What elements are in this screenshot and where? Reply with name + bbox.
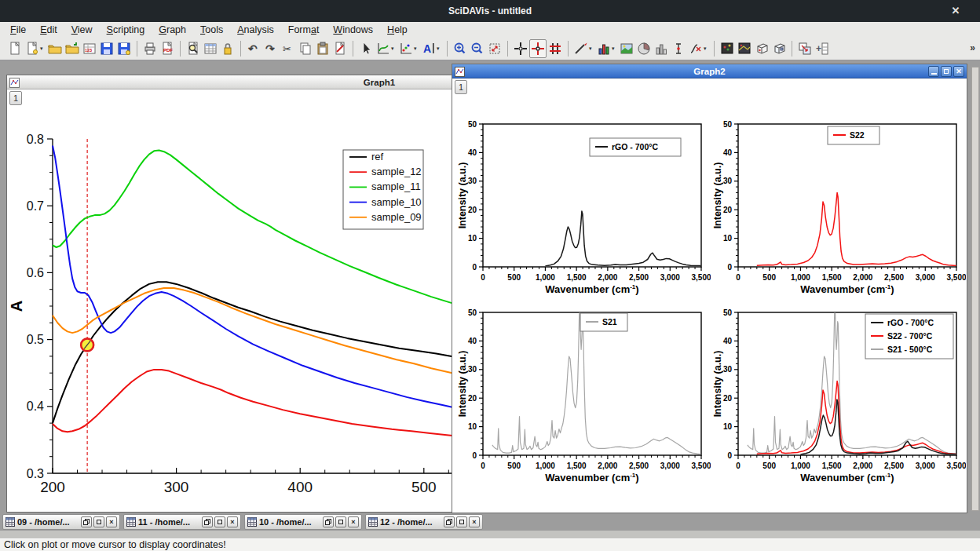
minimized-window-2[interactable]: 11 - /home/... × xyxy=(123,514,241,530)
series-sample_09[interactable] xyxy=(53,288,474,378)
lock-icon[interactable] xyxy=(219,39,236,58)
add-bars-icon[interactable] xyxy=(595,39,612,58)
restore-icon[interactable] xyxy=(202,516,213,527)
symbol-style-icon[interactable] xyxy=(397,39,415,58)
menu-graph[interactable]: Graph xyxy=(152,23,193,37)
rescale-icon[interactable] xyxy=(486,39,503,58)
undo-icon[interactable]: ↶ xyxy=(245,39,262,58)
curve-style-icon[interactable] xyxy=(375,39,392,58)
new-aspect-dropdown-icon[interactable]: ▾ xyxy=(40,46,46,52)
app-titlebar[interactable]: SciDAVis - untitled ✕ xyxy=(0,0,980,22)
menu-file[interactable]: File xyxy=(3,23,33,37)
graph2-close-button[interactable]: ✕ xyxy=(953,66,964,77)
save-project-icon[interactable] xyxy=(98,39,115,58)
menu-help[interactable]: Help xyxy=(380,23,415,37)
raman-plot-rgo[interactable]: 05001,0001,5002,0002,5003,0003,500010203… xyxy=(458,115,711,301)
graph2-maximize-button[interactable] xyxy=(941,66,952,77)
new-worksheet-icon[interactable] xyxy=(202,39,219,58)
minimized-window-1[interactable]: 09 - /home/... × xyxy=(2,514,120,530)
raman-plot-s21[interactable]: 05001,0001,5002,0002,5003,0003,500010203… xyxy=(458,303,711,489)
copy-icon[interactable] xyxy=(297,39,314,58)
print-icon[interactable] xyxy=(141,39,159,58)
graph2-canvas[interactable]: 1 05001,0001,5002,0002,5003,0003,5000102… xyxy=(452,78,967,513)
minimized-window-4[interactable]: 12 - /home/... × xyxy=(365,514,483,530)
menu-analysis[interactable]: Analysis xyxy=(230,23,281,37)
menu-view[interactable]: View xyxy=(64,23,100,37)
minimized-window-3[interactable]: 10 - /home/... × xyxy=(244,514,362,530)
open-project-icon[interactable] xyxy=(46,39,64,58)
restore-icon[interactable] xyxy=(81,516,92,527)
raman_s21-legend[interactable]: S21 xyxy=(580,313,627,331)
redo-icon[interactable]: ↷ xyxy=(262,39,280,58)
add-text-icon[interactable]: A xyxy=(420,39,437,58)
series-ref[interactable] xyxy=(53,282,474,423)
toolbar-overflow-icon[interactable]: » xyxy=(970,42,975,53)
maximize-icon[interactable] xyxy=(93,516,104,527)
add-image-icon[interactable] xyxy=(618,39,635,58)
plot3d-photo-icon[interactable] xyxy=(719,39,736,58)
data-reader-icon[interactable] xyxy=(529,39,547,58)
find-window-icon[interactable] xyxy=(185,39,202,58)
new-aspect-icon[interactable] xyxy=(24,39,41,58)
zoom-out-icon[interactable] xyxy=(469,39,486,58)
graph2-layer-button[interactable]: 1 xyxy=(455,80,467,94)
new-project-icon[interactable] xyxy=(6,39,24,58)
plot3d-bars-icon[interactable] xyxy=(653,39,670,58)
maximize-icon[interactable] xyxy=(214,516,225,527)
add-text-dropdown-icon[interactable]: ▾ xyxy=(437,46,443,52)
close-icon[interactable]: × xyxy=(227,516,238,527)
import-ascii-icon[interactable]: 123 xyxy=(81,39,98,58)
pie-chart-icon[interactable] xyxy=(635,39,653,58)
close-icon[interactable]: × xyxy=(348,516,359,527)
raman_all-legend[interactable]: rGO - 700°CS22 - 700°CS21 - 500°C xyxy=(865,314,953,359)
series-S22[interactable] xyxy=(757,192,956,265)
curve-style-dropdown-icon[interactable]: ▾ xyxy=(391,46,397,52)
maximize-icon[interactable] xyxy=(456,516,467,527)
restore-icon[interactable] xyxy=(444,516,455,527)
plot3d-cube-alt-icon[interactable] xyxy=(770,39,788,58)
raman_s22-legend[interactable]: S22 xyxy=(828,126,879,144)
open-template-icon[interactable] xyxy=(64,39,81,58)
uvvis-legend[interactable]: refsample_12sample_11sample_10sample_09 xyxy=(343,150,423,229)
draw-line-icon[interactable] xyxy=(572,39,590,58)
export-pdf-icon[interactable]: PDF xyxy=(159,39,176,58)
add-bars-dropdown-icon[interactable]: ▾ xyxy=(612,46,618,52)
screen-reader-icon[interactable] xyxy=(547,39,564,58)
raman-plot-combined[interactable]: 05001,0001,5002,0002,5003,0003,500010203… xyxy=(713,303,966,489)
menu-edit[interactable]: Edit xyxy=(33,23,64,37)
close-icon[interactable]: × xyxy=(106,516,117,527)
menu-format[interactable]: Format xyxy=(281,23,327,37)
raman-plot-s22[interactable]: 05001,0001,5002,0002,5003,0003,500010203… xyxy=(713,115,966,301)
symbol-style-dropdown-icon[interactable]: ▾ xyxy=(414,46,420,52)
menu-tools[interactable]: Tools xyxy=(193,23,230,37)
graph2-window[interactable]: Graph2 ✕ 1 05001,0001,5002,0002,5003,000… xyxy=(452,64,967,513)
fit-wizard-icon[interactable] xyxy=(687,39,704,58)
pointer-icon[interactable] xyxy=(357,39,375,58)
add-layer-icon[interactable]: + xyxy=(814,39,831,58)
paste-icon[interactable] xyxy=(314,39,331,58)
restore-icon[interactable] xyxy=(323,516,334,527)
series-sample_12[interactable] xyxy=(53,370,474,438)
graph2-minimize-button[interactable] xyxy=(928,66,939,77)
plot3d-photo-alt-icon[interactable] xyxy=(736,39,753,58)
draw-line-dropdown-icon[interactable]: ▾ xyxy=(589,46,595,52)
raman_rgo-legend[interactable]: rGO - 700°C xyxy=(590,138,681,156)
disable-tools-icon[interactable] xyxy=(512,39,529,58)
zoom-in-icon[interactable] xyxy=(452,39,469,58)
error-bars-icon[interactable] xyxy=(670,39,687,58)
cut-icon[interactable]: ✂ xyxy=(280,39,297,58)
series-rGO - 700°C[interactable] xyxy=(545,211,701,266)
fit-wizard-dropdown-icon[interactable]: ▾ xyxy=(704,46,710,52)
data-reader-marker[interactable] xyxy=(81,338,93,351)
maximize-icon[interactable] xyxy=(335,516,346,527)
resize-layer-icon[interactable] xyxy=(796,39,814,58)
menu-windows[interactable]: Windows xyxy=(326,23,380,37)
graph2-titlebar[interactable]: Graph2 ✕ xyxy=(452,64,967,78)
edit-curve-icon[interactable] xyxy=(331,39,349,58)
plot3d-cube-icon[interactable] xyxy=(753,39,770,58)
save-template-icon[interactable] xyxy=(115,39,133,58)
menu-scripting[interactable]: Scripting xyxy=(100,23,152,37)
close-icon[interactable]: × xyxy=(469,516,480,527)
series-S22 - 700°C[interactable] xyxy=(757,381,956,454)
workspace-scrollbar[interactable] xyxy=(971,67,979,511)
